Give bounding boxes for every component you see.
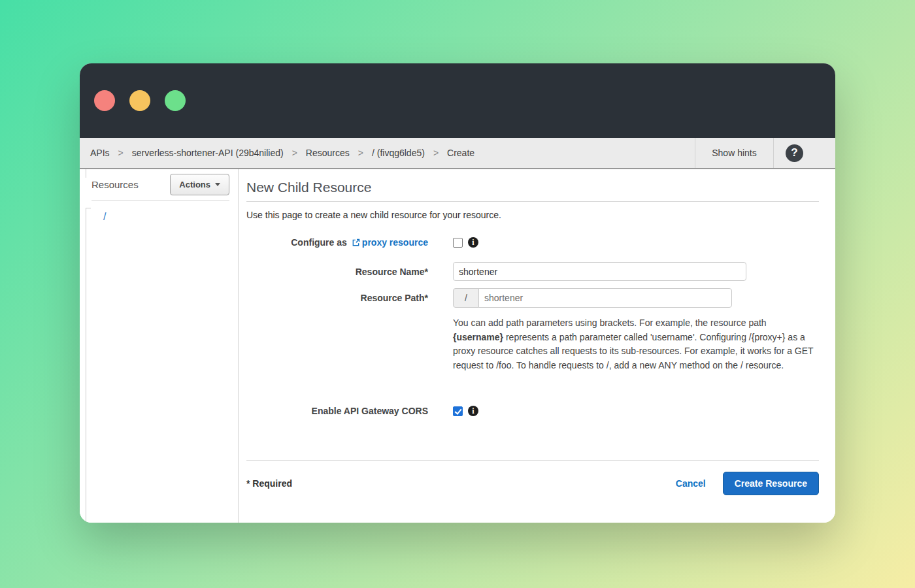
zoom-window-button[interactable] bbox=[165, 90, 186, 111]
proxy-resource-checkbox[interactable] bbox=[453, 238, 463, 248]
path-help-bold: {username} bbox=[453, 332, 503, 342]
resource-path-group: / bbox=[453, 288, 732, 308]
info-icon[interactable]: i bbox=[468, 406, 478, 416]
footer-divider bbox=[246, 460, 819, 461]
new-child-resource-form: Configure as proxy resource i bbox=[246, 236, 819, 417]
path-help-part2: represents a path parameter called 'user… bbox=[453, 332, 813, 370]
desktop-background: APIs > serverless-shortener-API (29b4nil… bbox=[0, 0, 915, 588]
proxy-resource-link[interactable]: proxy resource bbox=[362, 237, 428, 248]
close-window-button[interactable] bbox=[94, 90, 115, 111]
sidebar-rail-top bbox=[86, 169, 86, 178]
resource-name-label: Resource Name* bbox=[246, 267, 428, 277]
path-prefix-addon: / bbox=[453, 288, 479, 308]
breadcrumb-item-resources[interactable]: Resources bbox=[306, 148, 350, 158]
breadcrumb: APIs > serverless-shortener-API (29b4nil… bbox=[80, 138, 695, 168]
resources-sidebar: Resources Actions / bbox=[80, 169, 239, 523]
enable-cors-checkbox[interactable] bbox=[453, 406, 463, 416]
resource-path-label: Resource Path* bbox=[246, 293, 428, 303]
configure-as-label: Configure as proxy resource bbox=[246, 237, 428, 248]
show-hints-button[interactable]: Show hints bbox=[695, 138, 773, 168]
actions-button[interactable]: Actions bbox=[170, 174, 229, 195]
path-help-part1: You can add path parameters using bracke… bbox=[453, 318, 767, 328]
sidebar-title: Resources bbox=[92, 179, 139, 190]
help-question-icon[interactable]: ? bbox=[786, 144, 803, 162]
breadcrumb-separator: > bbox=[118, 148, 124, 158]
info-icon[interactable]: i bbox=[468, 237, 478, 248]
breadcrumb-item-apis[interactable]: APIs bbox=[90, 148, 110, 158]
required-note: * Required bbox=[246, 478, 292, 489]
breadcrumb-bar: APIs > serverless-shortener-API (29b4nil… bbox=[80, 138, 835, 169]
main-panel: New Child Resource Use this page to crea… bbox=[239, 169, 835, 523]
enable-cors-label: Enable API Gateway CORS bbox=[246, 406, 428, 416]
page-title: New Child Resource bbox=[246, 180, 819, 202]
breadcrumb-separator: > bbox=[433, 148, 439, 158]
sidebar-rail-bottom bbox=[86, 208, 91, 523]
resource-name-input[interactable] bbox=[453, 262, 746, 281]
configure-as-text: Configure as bbox=[291, 237, 347, 248]
breadcrumb-item-create: Create bbox=[447, 148, 474, 158]
create-resource-button[interactable]: Create Resource bbox=[723, 472, 819, 495]
enable-cors-row: Enable API Gateway CORS i bbox=[246, 404, 819, 417]
actions-button-label: Actions bbox=[179, 180, 210, 189]
path-help-text: You can add path parameters using bracke… bbox=[453, 316, 819, 372]
tree-item-root[interactable]: / bbox=[103, 211, 229, 223]
external-link-icon bbox=[352, 238, 360, 247]
form-footer: * Required Cancel Create Resource bbox=[246, 472, 819, 495]
resource-path-row: Resource Path* / bbox=[246, 288, 819, 308]
breadcrumb-separator: > bbox=[358, 148, 363, 158]
chevron-down-icon bbox=[215, 183, 220, 186]
resource-name-row: Resource Name* bbox=[246, 262, 819, 281]
path-help-row: You can add path parameters using bracke… bbox=[246, 316, 819, 372]
window-content: Resources Actions / New Child Resource U… bbox=[80, 169, 835, 523]
breadcrumb-separator: > bbox=[292, 148, 297, 158]
cancel-button[interactable]: Cancel bbox=[676, 478, 706, 489]
sidebar-divider bbox=[92, 200, 229, 201]
sidebar-header: Resources Actions bbox=[92, 174, 229, 195]
help-cell: ? bbox=[773, 138, 835, 168]
window-titlebar bbox=[80, 63, 835, 138]
breadcrumb-item-api[interactable]: serverless-shortener-API (29b4nilied) bbox=[132, 148, 284, 158]
resource-path-input[interactable] bbox=[478, 288, 732, 308]
minimize-window-button[interactable] bbox=[129, 90, 150, 111]
page-intro: Use this page to create a new child reso… bbox=[246, 210, 819, 220]
app-window: APIs > serverless-shortener-API (29b4nil… bbox=[80, 63, 835, 523]
breadcrumb-item-root-resource[interactable]: / (fivqg6lde5) bbox=[372, 148, 425, 158]
configure-as-row: Configure as proxy resource i bbox=[246, 236, 819, 249]
